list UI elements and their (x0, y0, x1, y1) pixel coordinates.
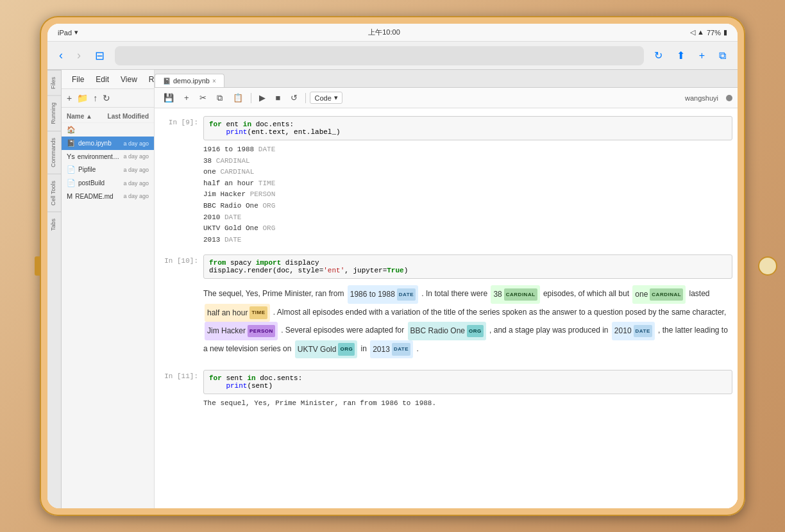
sidebar-toolbar: + 📁 ↑ ↻ (62, 89, 154, 108)
cell-tools-tab-label[interactable]: Cell Tools (47, 174, 61, 212)
back-button[interactable]: ‹ (55, 46, 67, 65)
cell-output-10: The sequel, Yes, Prime Minister, ran fro… (203, 279, 732, 365)
entity-person-1: Jim Hacker PERSON (205, 322, 278, 340)
file-name: demo.ipynb (78, 140, 112, 147)
add-tab-button[interactable]: + (695, 47, 709, 64)
running-tab-label[interactable]: Running (47, 96, 61, 131)
list-item[interactable]: 📓 demo.ipynb a day ago (62, 137, 154, 150)
file-list-header: Name ▲ Last Modified (62, 110, 154, 123)
file-browser: File Edit View Run Kernel Tabs Settings … (62, 70, 155, 508)
tab-name: demo.ipynb (173, 77, 210, 85)
cell-prompt-10: In [10]: (160, 254, 198, 365)
list-item[interactable]: 📄 postBuild a day ago (62, 176, 154, 190)
file-date: a day ago (123, 140, 149, 147)
entity-cardinal-1: 38 CARDINAL (491, 285, 539, 303)
status-left: iPad ▾ (58, 28, 78, 37)
entity-org-1: BBC Radio One ORG (408, 322, 486, 340)
ipad-label: iPad (58, 29, 72, 37)
jupyter-menubar: File Edit View Run Kernel Tabs Settings … (62, 70, 154, 89)
save-button[interactable]: 💾 (160, 91, 178, 104)
toolbar-divider2 (305, 93, 306, 103)
tab-close-button[interactable]: × (212, 78, 216, 85)
home-indicator: 🏠 (62, 123, 154, 137)
run-cell-button[interactable]: ▶ (255, 91, 269, 104)
cell-type-dropdown[interactable]: Code ▾ (310, 92, 342, 104)
cells-container[interactable]: In [9]: for ent in doc.ents: print(ent.t… (155, 108, 738, 508)
file-icon: 📄 (67, 179, 76, 187)
ipad-frame: iPad ▾ 上午10:00 ◁ ▲ 77% ▮ ‹ › ⊟ ↻ ⬆ + ⧉ (40, 16, 745, 516)
files-tab-label[interactable]: Files (47, 70, 61, 96)
home-icon: 🏠 (67, 126, 76, 134)
battery-percent: 77% (707, 29, 721, 37)
cell-input-11[interactable]: for sent in doc.sents: print(sent) (203, 370, 732, 394)
yml-icon: Ys (67, 153, 75, 160)
list-item[interactable]: M README.md a day ago (62, 190, 154, 203)
toolbar-divider (251, 93, 251, 103)
main-content: Files Running Commands Cell Tools Tabs F… (47, 70, 738, 508)
cell-content-11: for sent in doc.sents: print(sent) The s… (203, 370, 732, 413)
add-cell-button[interactable]: + (180, 91, 193, 104)
notebook-tab[interactable]: 📓 demo.ipynb × (155, 74, 224, 87)
new-file-button[interactable]: + (67, 93, 72, 103)
share-button[interactable]: ⬆ (673, 47, 689, 64)
notebook-area: 📓 demo.ipynb × 💾 + ✂ ⧉ 📋 ▶ ■ ↺ (155, 70, 738, 508)
cell-input-10[interactable]: from spacy import displacy displacy.rend… (203, 254, 732, 279)
entity-time-1: half an hour TIME (205, 304, 270, 322)
menu-edit[interactable]: Edit (90, 74, 114, 85)
paste-cell-button[interactable]: 📋 (229, 91, 247, 104)
stop-kernel-button[interactable]: ■ (272, 91, 285, 104)
left-sidebar: Files Running Commands Cell Tools Tabs (47, 70, 62, 508)
cut-cell-button[interactable]: ✂ (196, 91, 210, 104)
notebook-icon: 📓 (67, 139, 76, 147)
tab-notebook-icon: 📓 (163, 78, 171, 85)
file-date: a day ago (123, 153, 149, 160)
reload-button[interactable]: ↻ (650, 47, 666, 64)
modified-column-header: Last Modified (108, 113, 149, 120)
clock: 上午10:00 (368, 28, 400, 37)
status-right: ◁ ▲ 77% ▮ (690, 28, 727, 37)
commands-tab-label[interactable]: Commands (47, 131, 61, 174)
file-name: environment.yml (78, 153, 121, 160)
bookmarks-button[interactable]: ⊟ (91, 46, 108, 65)
cell-content-10: from spacy import displacy displacy.rend… (203, 254, 732, 365)
file-date: a day ago (123, 180, 149, 187)
kernel-status-indicator (726, 95, 732, 101)
status-bar: iPad ▾ 上午10:00 ◁ ▲ 77% ▮ (47, 24, 738, 42)
menu-file[interactable]: File (67, 74, 89, 85)
file-list: Name ▲ Last Modified 🏠 📓 demo.ipynb a da… (62, 108, 154, 205)
upload-button[interactable]: ↑ (93, 93, 97, 103)
entity-date-2: 2010 DATE (612, 322, 655, 340)
tabs-button[interactable]: ⧉ (715, 47, 730, 64)
md-icon: M (67, 192, 72, 200)
file-date: a day ago (123, 193, 149, 199)
name-column-header: Name ▲ (67, 113, 92, 120)
entity-org-2: UKTV Gold ORG (295, 340, 357, 358)
cell-type-label: Code (314, 94, 331, 102)
home-button[interactable] (758, 256, 777, 276)
ipad-screen: iPad ▾ 上午10:00 ◁ ▲ 77% ▮ ‹ › ⊟ ↻ ⬆ + ⧉ (47, 24, 738, 508)
cell-content: for ent in doc.ents: print(ent.text, ent… (203, 116, 732, 249)
new-folder-button[interactable]: 📁 (77, 93, 88, 103)
copy-cell-button[interactable]: ⧉ (213, 91, 226, 105)
notebook-toolbar: 💾 + ✂ ⧉ 📋 ▶ ■ ↺ Code ▾ wangshuyi (155, 88, 738, 108)
cell-input[interactable]: for ent in doc.ents: print(ent.text, ent… (203, 116, 732, 140)
url-bar[interactable] (115, 46, 644, 65)
menu-view[interactable]: View (115, 74, 142, 85)
cell-prompt: In [9]: (160, 116, 198, 249)
restart-kernel-button[interactable]: ↺ (287, 91, 301, 104)
cell-11: In [11]: for sent in doc.sents: print(se… (160, 370, 732, 413)
forward-button[interactable]: › (73, 46, 85, 65)
file-icon: 📄 (67, 165, 76, 174)
cell-10: In [10]: from spacy import displacy disp… (160, 254, 732, 365)
volume-button[interactable] (35, 256, 40, 276)
signal-icons: ◁ ▲ (690, 28, 704, 37)
refresh-button[interactable]: ↻ (103, 93, 110, 103)
tabs-tab-label[interactable]: Tabs (47, 212, 61, 237)
list-item[interactable]: Ys environment.yml a day ago (62, 150, 154, 163)
entity-date-1: 1986 to 1988 DATE (348, 285, 418, 303)
entity-date-3: 2013 DATE (370, 340, 413, 358)
cell-output: 1916 to 1988 DATE 38 CARDINAL one CARDIN… (203, 140, 732, 249)
cell-9: In [9]: for ent in doc.ents: print(ent.t… (160, 116, 732, 249)
notebook-tabs: 📓 demo.ipynb × (155, 70, 738, 88)
list-item[interactable]: 📄 Pipfile a day ago (62, 163, 154, 176)
